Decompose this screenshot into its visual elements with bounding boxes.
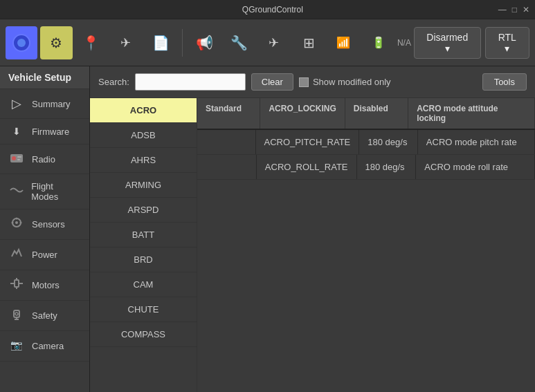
sidebar-item-label: Safety [32, 310, 57, 321]
pin-icon: 📍 [82, 35, 100, 51]
sidebar-item-label: Summary [32, 99, 71, 109]
search-input[interactable] [135, 73, 246, 91]
sidebar-item-camera[interactable]: 📷 Camera [0, 331, 89, 362]
safety-icon [8, 308, 25, 324]
param-list-item-adsb[interactable]: ADSB [90, 123, 197, 148]
search-bar: Search: Clear Show modified only Tools [90, 66, 535, 98]
row-description: ACRO mode roll rate [416, 155, 535, 179]
close-button[interactable]: ✕ [523, 5, 529, 15]
flight2-icon-button[interactable]: ✈ [258, 26, 290, 59]
plane-icon: ✈ [269, 35, 279, 50]
status-na: N/A [397, 38, 411, 48]
minimize-button[interactable]: — [498, 5, 507, 15]
svg-rect-11 [15, 280, 19, 287]
sidebar-item-summary[interactable]: ▷ Summary [0, 89, 89, 119]
grid-icon-button[interactable]: ⊞ [293, 26, 325, 59]
svg-point-3 [12, 156, 16, 160]
param-list-item-acro[interactable]: ACRO [90, 98, 197, 123]
summary-icon: ▷ [8, 96, 25, 111]
col-header-value: Disabled [345, 98, 408, 129]
rtl-button[interactable]: RTL ▾ [485, 27, 529, 59]
row-standard [197, 130, 256, 154]
map-icon-button[interactable]: 📍 [75, 26, 107, 59]
sidebar-item-label: Motors [32, 280, 60, 290]
document-icon-button[interactable]: 📄 [145, 26, 176, 59]
param-list-item-cam[interactable]: CAM [90, 272, 197, 297]
row-standard [197, 155, 257, 179]
show-modified-checkbox[interactable] [299, 77, 309, 87]
row-value: 180 deg/s [359, 130, 418, 154]
col-header-name: ACRO_LOCKING [260, 98, 345, 129]
svg-rect-5 [17, 159, 20, 160]
svg-point-1 [17, 39, 26, 47]
sidebar-header: Vehicle Setup [0, 66, 89, 89]
param-area: ACRO ADSB AHRS ARMING ARSPD BATT BRD CAM… [90, 98, 535, 392]
window-controls[interactable]: — □ ✕ [498, 5, 529, 15]
settings-icon-button[interactable]: ⚙ [40, 26, 72, 59]
sidebar-item-radio[interactable]: Radio [0, 144, 89, 174]
row-value: 180 deg/s [357, 155, 417, 179]
sidebar-item-safety[interactable]: Safety [0, 301, 89, 331]
sidebar-item-label: Power [32, 250, 57, 260]
flight-modes-icon [8, 184, 24, 200]
param-list-item-arming[interactable]: ARMING [90, 173, 197, 198]
signal-icon: 📶 [336, 36, 350, 49]
signal-icon-button[interactable]: 📶 [327, 26, 359, 59]
title-bar: QGroundControl — □ ✕ [0, 0, 535, 19]
toolbar-right: Disarmed ▾ RTL ▾ [414, 27, 529, 59]
sidebar: Vehicle Setup ▷ Summary ⬇ Firmware Radio [0, 66, 90, 392]
param-list-item-ahrs[interactable]: AHRS [90, 148, 197, 173]
param-list-item-batt[interactable]: BATT [90, 223, 197, 248]
battery-icon-button[interactable]: 🔋 [363, 26, 395, 59]
megaphone-icon-button[interactable]: 📢 [188, 26, 220, 59]
svg-point-7 [15, 221, 18, 224]
sidebar-item-sensors[interactable]: Sensors [0, 209, 89, 240]
show-modified-container: Show modified only [299, 77, 391, 87]
camera-icon: 📷 [8, 338, 25, 354]
flight-icon-button[interactable]: ✈ [110, 26, 142, 59]
tools-button[interactable]: Tools [482, 73, 527, 91]
toolbar-divider [182, 29, 183, 57]
param-table: Standard ACRO_LOCKING Disabled ACRO mode… [197, 98, 535, 392]
param-list-item-arspd[interactable]: ARSPD [90, 198, 197, 223]
disarmed-button[interactable]: Disarmed ▾ [414, 27, 481, 59]
svg-point-9 [20, 222, 22, 224]
sidebar-item-motors[interactable]: Motors [0, 270, 89, 301]
param-list-item-compass[interactable]: COMPASS [90, 322, 197, 347]
svg-rect-16 [14, 310, 19, 317]
row-name: ACRO_PITCH_RATE [256, 130, 360, 154]
param-table-header: Standard ACRO_LOCKING Disabled ACRO mode… [197, 98, 535, 130]
maximize-button[interactable]: □ [512, 5, 517, 15]
param-list-item-chute[interactable]: CHUTE [90, 297, 197, 322]
svg-text:📷: 📷 [10, 339, 23, 351]
app-icon-button[interactable] [6, 26, 37, 59]
table-row[interactable]: ACRO_ROLL_RATE 180 deg/s ACRO mode roll … [197, 155, 535, 180]
param-list-item-brd[interactable]: BRD [90, 248, 197, 272]
window-title: QGroundControl [47, 5, 498, 15]
sidebar-item-flight-modes[interactable]: Flight Modes [0, 174, 89, 209]
power-icon [8, 247, 25, 263]
main-toolbar: ⚙ 📍 ✈ 📄 📢 🔧 ✈ ⊞ 📶 🔋 N/A Disarmed ▾ RTL ▾ [0, 19, 535, 66]
svg-point-8 [16, 218, 18, 220]
svg-point-10 [12, 222, 14, 224]
table-row[interactable]: ACRO_PITCH_RATE 180 deg/s ACRO mode pitc… [197, 130, 535, 155]
sidebar-item-power[interactable]: Power [0, 240, 89, 270]
battery-icon: 🔋 [372, 36, 386, 49]
sidebar-item-label: Sensors [32, 219, 65, 230]
content-area: Search: Clear Show modified only Tools A… [90, 66, 535, 392]
clear-button[interactable]: Clear [251, 73, 293, 91]
col-header-description: ACRO mode attitude locking [408, 98, 535, 129]
document-icon: 📄 [152, 35, 170, 51]
wrench-icon: 🔧 [230, 35, 248, 51]
firmware-icon: ⬇ [8, 126, 25, 137]
sidebar-item-label: Firmware [32, 127, 69, 137]
radio-icon [8, 151, 25, 167]
sidebar-item-firmware[interactable]: ⬇ Firmware [0, 119, 89, 144]
motors-icon [8, 277, 25, 293]
row-name: ACRO_ROLL_RATE [257, 155, 357, 179]
sidebar-item-label: Radio [32, 154, 55, 165]
paper-plane-icon: ✈ [120, 35, 131, 50]
sidebar-item-label: Camera [32, 341, 64, 351]
wrench-icon-button[interactable]: 🔧 [224, 26, 255, 59]
param-list: ACRO ADSB AHRS ARMING ARSPD BATT BRD CAM… [90, 98, 197, 392]
